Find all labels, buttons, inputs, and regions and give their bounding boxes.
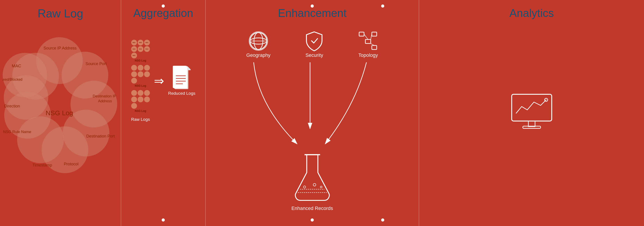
flask-container: Enhanced Records (291, 152, 333, 211)
analytics-content (510, 93, 554, 133)
raw-logs-label: Raw Logs (131, 117, 150, 122)
bubble (131, 65, 137, 71)
security-icon (305, 31, 323, 52)
bubble (144, 71, 150, 77)
arrow-icon: ⇒ (154, 74, 164, 88)
flask-bubble1 (303, 186, 306, 188)
bubble: NSG (131, 40, 137, 45)
doc-front (174, 66, 188, 88)
center-nsg-label: NSG Log (46, 109, 73, 117)
bubble (131, 78, 137, 84)
bubble (138, 65, 144, 71)
bubble (138, 90, 144, 96)
bubble (131, 103, 137, 109)
nsg-cluster-2: NSG Log (131, 65, 150, 87)
chart-line (516, 100, 546, 113)
doc-icon-svg (173, 66, 190, 89)
nsg-cluster-label-1: NSG Log (135, 59, 146, 62)
label-allowblocked: Allowed/Blocked (3, 78, 22, 81)
bubble (131, 90, 137, 96)
label-direction: Direction (4, 104, 20, 108)
bottom-dot-ana (381, 218, 384, 221)
bottom-dot-enh (311, 218, 314, 221)
reduced-logs-doc: Reduced Logs (168, 66, 196, 96)
reduced-logs-label: Reduced Logs (168, 91, 196, 96)
label-nsgrule: NSG Rule Name (3, 130, 31, 134)
security-label: Security (306, 52, 323, 58)
shield-check (312, 39, 318, 43)
bottom-dot-agg (162, 218, 165, 221)
geography-icon (248, 31, 268, 51)
bubble: NSG (131, 53, 137, 58)
nsg-cluster-label-2: NSG Log (135, 84, 146, 87)
topology-group: Topology (358, 31, 378, 58)
topo-line1 (364, 34, 368, 39)
nsg-cluster-label-3: NSG Log (135, 109, 146, 112)
bubble (138, 71, 144, 77)
bubble: NSG (138, 40, 144, 45)
bubble (138, 96, 144, 102)
enhancement-icons-row: Geography Security (229, 31, 396, 58)
top-dot-agg (162, 5, 165, 8)
flask-bubble3 (320, 186, 322, 188)
bubble (131, 96, 137, 102)
label-destport: Destination Port (86, 134, 114, 138)
monitor-stand (528, 121, 535, 127)
label-sourceport: Source Port (86, 62, 106, 66)
venn-diagram: MAC Source IP Address Source Port Destin… (3, 28, 118, 211)
node2 (372, 32, 377, 36)
label-timestamp: Timestamp (32, 163, 52, 167)
analytics-section: Analytics (419, 0, 644, 226)
label-mac: MAC (12, 64, 21, 68)
bubble (131, 71, 137, 77)
raw-log-title: Raw Log (0, 7, 121, 20)
aggregation-flow: NSG NSG NSG NSG NSG NSG NSG NSG Log (131, 40, 195, 122)
enhanced-records-label: Enhanced Records (291, 205, 333, 211)
node-center (365, 39, 371, 43)
bubble (144, 90, 150, 96)
aggregation-section: Aggregation NSG NSG NSG NSG NSG NSG NSG … (121, 0, 206, 226)
topology-icon (358, 31, 378, 51)
shield-shape (306, 32, 322, 51)
node3 (372, 45, 377, 49)
topo-line2 (371, 34, 372, 39)
enhancement-section: Enhancement Geography (206, 0, 419, 226)
venn-svg: MAC Source IP Address Source Port Destin… (3, 28, 118, 211)
cluster-bubbles-3 (131, 90, 150, 109)
flask-bubble2 (313, 183, 316, 186)
enhancement-diagram: Geography Security (214, 26, 410, 216)
bubble: NSG (144, 40, 150, 45)
node1 (359, 32, 364, 36)
flask-body (295, 155, 329, 200)
bubble (144, 65, 150, 71)
cluster-bubbles-1: NSG NSG NSG NSG NSG NSG NSG (131, 40, 150, 58)
circle-allowblocked (3, 53, 47, 97)
bubble (144, 96, 150, 102)
nsg-clusters: NSG NSG NSG NSG NSG NSG NSG NSG Log (131, 40, 150, 122)
security-group: Security (305, 31, 323, 58)
bubble: NSG (138, 46, 144, 52)
left-panel: Raw Log MAC Source (0, 0, 121, 226)
topology-label: Topology (358, 52, 378, 58)
label-protocol: Protocol (64, 162, 78, 166)
right-panel: Aggregation NSG NSG NSG NSG NSG NSG NSG … (121, 0, 644, 226)
nsg-cluster-1: NSG NSG NSG NSG NSG NSG NSG NSG Log (131, 40, 150, 62)
geography-group: Geography (246, 31, 271, 58)
flask-icon (292, 152, 332, 204)
nsg-cluster-3: NSG Log (131, 90, 150, 112)
aggregation-title: Aggregation (133, 7, 193, 20)
topo-arrow (325, 62, 366, 144)
bubble: NSG (131, 46, 137, 52)
geography-label: Geography (246, 52, 271, 58)
analytics-title: Analytics (509, 7, 554, 20)
geo-arrow (254, 62, 297, 144)
top-dot-ana (381, 5, 384, 8)
top-dot-enh (311, 5, 314, 8)
monitor-icon (510, 93, 554, 133)
monitor-base (523, 126, 540, 128)
label-sourceip: Source IP Address (43, 46, 76, 50)
bubble: NSG (144, 46, 150, 52)
enhancement-title: Enhancement (214, 7, 410, 20)
cluster-bubbles-2 (131, 65, 150, 84)
